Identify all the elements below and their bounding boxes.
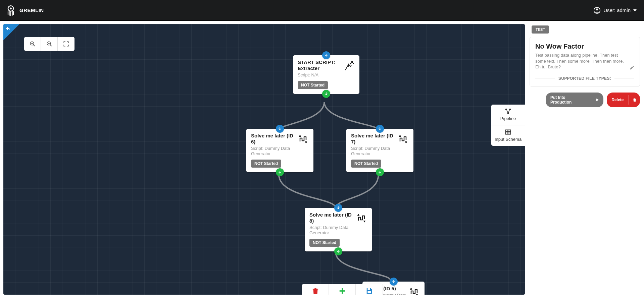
- save-icon: [365, 287, 373, 295]
- status-badge: NOT Started: [309, 239, 340, 247]
- node-title: Solve me later (ID 6): [251, 133, 296, 145]
- test-badge: TEST: [532, 25, 549, 34]
- add-node-button[interactable]: Add Node: [329, 284, 356, 295]
- button-label: Put Into Production: [546, 93, 591, 107]
- status-badge: NOT Started: [298, 81, 328, 89]
- node-title: START SCRIPT: Extracter: [298, 59, 342, 71]
- node-script: Script: Dummy Data Generator: [251, 146, 296, 156]
- properties-panel: TEST No Wow Factor Test passing data alo…: [528, 21, 644, 298]
- svg-rect-14: [351, 63, 353, 64]
- status-badge: NOT Started: [251, 160, 281, 168]
- trash-icon: [628, 95, 640, 105]
- port-in-icon[interactable]: [334, 204, 342, 212]
- zoom-out-icon: [46, 41, 52, 47]
- table-icon: [505, 129, 511, 135]
- port-out-icon[interactable]: [276, 168, 284, 176]
- fit-icon: [63, 41, 69, 47]
- gremlin-logo-icon: [6, 5, 15, 16]
- svg-line-5: [33, 45, 35, 46]
- port-in-icon[interactable]: [322, 51, 330, 59]
- data-flow-icon: [356, 213, 367, 223]
- svg-rect-13: [353, 61, 354, 63]
- edit-icon[interactable]: [630, 65, 634, 70]
- status-badge: NOT Started: [351, 160, 381, 168]
- user-menu[interactable]: User: admin: [586, 7, 644, 14]
- chevron-down-icon: [633, 9, 637, 11]
- undo-icon: [5, 25, 11, 32]
- node-solve-8[interactable]: Solve me later (ID 8) Script: Dummy Data…: [305, 208, 372, 251]
- delete-pipeline-button[interactable]: Delete: [607, 93, 640, 107]
- zoom-in-icon: [30, 41, 36, 47]
- tab-label: Pipeline: [500, 116, 516, 121]
- node-title: Solve me later (ID 8): [309, 212, 354, 224]
- node-script: Script: N/A: [298, 72, 342, 78]
- export-button[interactable]: Export: [356, 284, 383, 295]
- user-icon: [593, 7, 601, 14]
- put-into-production-button[interactable]: Put Into Production: [546, 93, 603, 107]
- svg-point-1: [10, 7, 12, 9]
- svg-rect-12: [350, 61, 351, 63]
- tab-pipeline[interactable]: Pipeline: [491, 105, 525, 125]
- port-out-icon[interactable]: [334, 247, 342, 255]
- svg-point-3: [596, 8, 598, 10]
- svg-line-9: [50, 45, 52, 46]
- node-script: Script: Dummy Data Generator: [309, 225, 354, 235]
- port-in-icon[interactable]: [276, 125, 284, 133]
- file-types-divider: SUPPORTED FILE TYPES:: [535, 76, 634, 81]
- delete-node-button[interactable]: Delete: [302, 284, 329, 295]
- port-out-icon[interactable]: [322, 90, 330, 98]
- data-flow-icon: [398, 133, 409, 144]
- zoom-controls: [24, 37, 75, 51]
- canvas-side-tabs: Pipeline Input Schema: [491, 105, 525, 146]
- canvas-back-button[interactable]: [3, 24, 19, 40]
- port-out-icon[interactable]: [376, 168, 384, 176]
- fit-screen-button[interactable]: [58, 37, 75, 51]
- pipeline-info-card: No Wow Factor Test passing data along pi…: [530, 37, 640, 86]
- divider-label: SUPPORTED FILE TYPES:: [558, 76, 611, 81]
- tab-input-schema[interactable]: Input Schema: [491, 125, 525, 146]
- play-icon: [591, 95, 603, 105]
- svg-rect-22: [506, 130, 511, 134]
- node-solve-6[interactable]: Solve me later (ID 6) Script: Dummy Data…: [246, 129, 313, 172]
- trash-icon: [312, 287, 319, 295]
- zoom-in-button[interactable]: [24, 37, 41, 51]
- pipeline-title: No Wow Factor: [535, 43, 634, 50]
- user-label: User: admin: [603, 7, 631, 13]
- pipeline-description: Test passing data along pipeline. Then t…: [535, 52, 634, 70]
- node-title: Solve me later (ID 7): [351, 133, 396, 145]
- node-action-bar: Delete Add Node Export: [302, 284, 383, 295]
- port-in-icon[interactable]: [376, 125, 384, 133]
- node-script: Script: Dummy Data Generator: [351, 146, 396, 156]
- brand[interactable]: GREMLIN: [0, 0, 50, 20]
- node-start-script[interactable]: START SCRIPT: Extracter Script: N/A NOT …: [293, 55, 359, 94]
- app-title: GREMLIN: [19, 7, 44, 13]
- zoom-out-button[interactable]: [41, 37, 58, 51]
- svg-rect-16: [339, 290, 345, 292]
- pipeline-canvas[interactable]: START SCRIPT: Extracter Script: N/A NOT …: [3, 24, 525, 295]
- data-flow-icon: [409, 286, 420, 295]
- plus-icon: [339, 287, 346, 295]
- pipeline-icon: [505, 108, 511, 115]
- tab-label: Input Schema: [495, 137, 522, 142]
- data-flow-icon: [298, 133, 309, 144]
- app-header: GREMLIN User: admin: [0, 0, 644, 21]
- button-label: Delete: [607, 95, 628, 105]
- port-in-icon[interactable]: [390, 278, 398, 286]
- svg-rect-17: [367, 288, 370, 290]
- node-solve-7[interactable]: Solve me later (ID 7) Script: Dummy Data…: [346, 129, 413, 172]
- start-flag-icon: [344, 60, 355, 71]
- svg-rect-18: [367, 291, 371, 293]
